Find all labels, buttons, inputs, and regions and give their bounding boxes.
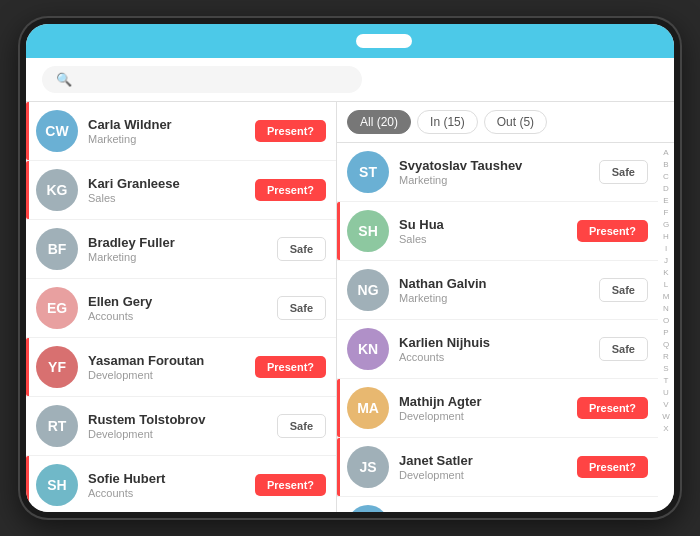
present-button[interactable]: Present?	[255, 474, 326, 496]
avatar-initials: NG	[358, 282, 379, 298]
tab-visitors[interactable]	[300, 34, 356, 48]
search-input[interactable]	[80, 72, 348, 87]
person-dept: Development	[399, 469, 567, 481]
list-item: KNKarlien NijhuisAccountsSafe	[337, 320, 658, 379]
right-list: STSvyatoslav TaushevMarketingSafeSHSu Hu…	[337, 143, 658, 512]
safe-button[interactable]: Safe	[277, 414, 326, 438]
left-panel: CWCarla WildnerMarketingPresent?KGKari G…	[26, 102, 337, 512]
avatar: BF	[36, 228, 78, 270]
alpha-letter[interactable]: D	[663, 183, 669, 195]
header	[26, 24, 674, 58]
alpha-letter[interactable]: K	[663, 267, 668, 279]
person-dept: Marketing	[88, 251, 267, 263]
person-info: Bradley FullerMarketing	[88, 235, 267, 263]
person-name: Yasaman Foroutan	[88, 353, 245, 368]
present-button[interactable]: Present?	[255, 356, 326, 378]
alpha-letter[interactable]: M	[663, 291, 670, 303]
person-info: Yasaman ForoutanDevelopment	[88, 353, 245, 381]
present-button[interactable]: Present?	[255, 179, 326, 201]
alpha-letter[interactable]: F	[664, 207, 669, 219]
alpha-letter[interactable]: Q	[663, 339, 669, 351]
search-bar: 🔍	[26, 58, 674, 102]
avatar: YF	[36, 346, 78, 388]
search-input-wrap: 🔍	[42, 66, 362, 93]
safe-button[interactable]: Safe	[599, 337, 648, 361]
filter-tab-all[interactable]: All (20)	[347, 110, 411, 134]
right-list-area: STSvyatoslav TaushevMarketingSafeSHSu Hu…	[337, 143, 674, 512]
avatar-initials: ST	[359, 164, 377, 180]
alpha-letter[interactable]: I	[665, 243, 667, 255]
avatar-initials: MA	[357, 400, 379, 416]
tab-employees[interactable]	[356, 34, 412, 48]
person-dept: Marketing	[88, 133, 245, 145]
avatar: NG	[347, 269, 389, 311]
person-name: Mathijn Agter	[399, 394, 567, 409]
present-button[interactable]: Present?	[577, 397, 648, 419]
list-item: BFBradley FullerMarketingSafe	[26, 220, 336, 279]
safe-button[interactable]: Safe	[277, 237, 326, 261]
avatar: KN	[347, 328, 389, 370]
alpha-letter[interactable]: N	[663, 303, 669, 315]
avatar: KG	[36, 169, 78, 211]
alpha-letter[interactable]: V	[663, 399, 668, 411]
filter-tab-out[interactable]: Out (5)	[484, 110, 547, 134]
safe-button[interactable]: Safe	[599, 160, 648, 184]
person-name: Karlien Nijhuis	[399, 335, 589, 350]
present-button[interactable]: Present?	[577, 220, 648, 242]
alpha-letter[interactable]: A	[663, 147, 668, 159]
person-dept: Marketing	[399, 292, 589, 304]
alpha-letter[interactable]: T	[664, 375, 669, 387]
safe-button[interactable]: Safe	[599, 278, 648, 302]
person-dept: Development	[88, 428, 267, 440]
person-dept: Accounts	[399, 351, 589, 363]
person-name: Svyatoslav Taushev	[399, 158, 589, 173]
alpha-letter[interactable]: L	[664, 279, 668, 291]
avatar: ST	[347, 151, 389, 193]
alpha-letter[interactable]: R	[663, 351, 669, 363]
alpha-letter[interactable]: B	[663, 159, 668, 171]
person-dept: Accounts	[88, 310, 267, 322]
list-item: CWCarla WildnerMarketingPresent?	[26, 102, 336, 161]
alpha-letter[interactable]: U	[663, 387, 669, 399]
search-icon: 🔍	[56, 72, 72, 87]
person-info: Sofie HubertAccounts	[88, 471, 245, 499]
safe-button[interactable]: Safe	[277, 296, 326, 320]
list-item: RTRustem TolstobrovDevelopmentSafe	[26, 397, 336, 456]
person-dept: Marketing	[399, 174, 589, 186]
alpha-letter[interactable]: G	[663, 219, 669, 231]
alpha-letter[interactable]: W	[662, 411, 670, 423]
person-info: Janet SatlerDevelopment	[399, 453, 567, 481]
alpha-letter[interactable]: H	[663, 231, 669, 243]
avatar: JS	[347, 446, 389, 488]
avatar-initials: YF	[48, 359, 66, 375]
person-info: Nathan GalvinMarketing	[399, 276, 589, 304]
person-name: Rustem Tolstobrov	[88, 412, 267, 427]
alpha-letter[interactable]: J	[664, 255, 668, 267]
person-name: Kari Granleese	[88, 176, 245, 191]
avatar-initials: JS	[359, 459, 376, 475]
list-item: STSvyatoslav TaushevMarketingSafe	[337, 143, 658, 202]
avatar: SH	[347, 210, 389, 252]
person-info: Mathijn AgterDevelopment	[399, 394, 567, 422]
person-info: Svyatoslav TaushevMarketing	[399, 158, 589, 186]
person-name: Su Hua	[399, 217, 567, 232]
screen: 🔍 CWCarla WildnerMarketingPresent?KGKari…	[26, 24, 674, 512]
filter-tab-in[interactable]: In (15)	[417, 110, 478, 134]
present-button[interactable]: Present?	[255, 120, 326, 142]
list-item: EGEllen GeryAccountsSafe	[26, 279, 336, 338]
alpha-letter[interactable]: S	[663, 363, 668, 375]
alpha-letter[interactable]: X	[663, 423, 668, 435]
alpha-letter[interactable]: O	[663, 315, 669, 327]
avatar-initials: KN	[358, 341, 378, 357]
alpha-letter[interactable]: P	[663, 327, 668, 339]
alpha-letter[interactable]: E	[663, 195, 668, 207]
person-name: Sofie Hubert	[88, 471, 245, 486]
avatar: CW	[36, 110, 78, 152]
avatar: RT	[36, 405, 78, 447]
alpha-letter[interactable]: C	[663, 171, 669, 183]
right-panel: All (20)In (15)Out (5) STSvyatoslav Taus…	[337, 102, 674, 512]
avatar: CW	[347, 505, 389, 512]
list-item: SHSofie HubertAccountsPresent?	[26, 456, 336, 512]
present-button[interactable]: Present?	[577, 456, 648, 478]
list-item: MAMathijn AgterDevelopmentPresent?	[337, 379, 658, 438]
